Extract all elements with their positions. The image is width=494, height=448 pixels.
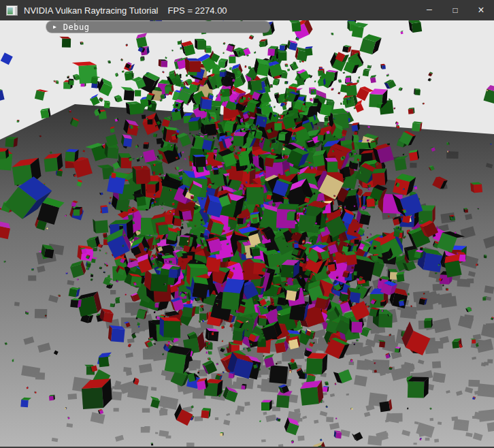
- debug-panel-label: Debug: [63, 22, 90, 32]
- close-button[interactable]: ×: [468, 0, 494, 20]
- fps-counter: FPS = 2274.00: [168, 5, 227, 16]
- raytracing-viewport[interactable]: [0, 20, 494, 447]
- maximize-button[interactable]: □: [442, 0, 468, 20]
- minimize-button[interactable]: –: [416, 0, 442, 20]
- title-bar[interactable]: NVIDIA Vulkan Raytracing Tutorial FPS = …: [0, 0, 494, 20]
- minimize-icon: –: [427, 3, 432, 14]
- window-controls: – □ ×: [416, 0, 494, 20]
- collapse-arrow-icon: ▶: [53, 25, 56, 30]
- close-icon: ×: [478, 4, 484, 16]
- debug-panel-header[interactable]: ▶ Debug: [46, 21, 270, 33]
- window-title: NVIDIA Vulkan Raytracing Tutorial: [24, 5, 159, 16]
- maximize-icon: □: [452, 5, 457, 15]
- viewport: ▶ Debug: [0, 20, 494, 447]
- app-icon: [6, 5, 18, 16]
